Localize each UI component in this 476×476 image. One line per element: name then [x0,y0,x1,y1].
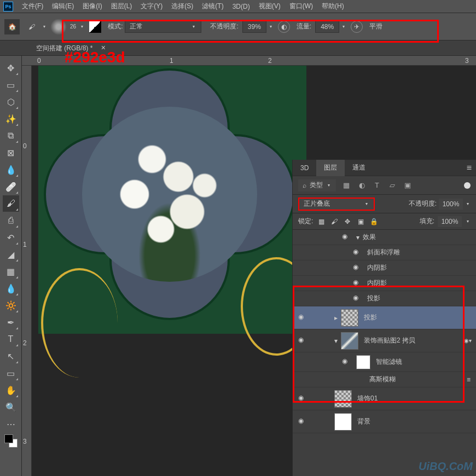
brush-preview[interactable] [50,19,67,35]
flow-input[interactable]: 48% [315,21,339,33]
crop-tool[interactable]: ⧉ [3,127,19,144]
menu-edit[interactable]: 编辑(E) [48,2,78,11]
lock-all-icon[interactable]: 🔒 [369,217,379,227]
pressure-opacity-button[interactable]: ◐ [278,21,290,33]
lasso-tool[interactable]: ⬡ [3,94,19,110]
visibility-toggle[interactable] [353,263,363,273]
effect-item[interactable]: 内阴影 [293,260,476,276]
brush-hardness-swatch[interactable] [89,21,101,33]
layer-blend-mode-select[interactable]: 正片叠底 ▾ [298,198,375,211]
menu-3d[interactable]: 3D(D) [228,3,254,10]
move-tool[interactable]: ✥ [3,60,19,76]
visibility-toggle[interactable] [353,248,363,258]
clone-stamp-tool[interactable]: ⎙ [3,212,19,229]
dodge-tool[interactable]: 🔆 [3,297,19,314]
blend-mode-row: 正片叠底 ▾ 不透明度: 100% ▾ [293,195,476,213]
tab-channels[interactable]: 通道 [345,160,373,176]
filter-shape-icon[interactable]: ▱ [387,181,397,190]
layer-thumbnail [341,332,358,350]
lock-pixels-icon[interactable]: 🖌 [329,217,339,227]
opacity-input[interactable]: 39% [242,21,266,33]
lock-transparency-icon[interactable]: ▦ [316,217,326,227]
ruler-mark: 0 [23,142,27,150]
filter-options-icon[interactable]: ≡ [467,376,471,384]
menu-window[interactable]: 窗口(W) [285,2,317,11]
filter-toggle[interactable] [464,182,471,189]
color-annotation-text: #292e3d [65,49,125,66]
eyedropper-tool[interactable]: 💧 [3,161,19,178]
visibility-toggle[interactable] [298,336,308,346]
visibility-toggle[interactable] [353,278,363,288]
magic-wand-tool[interactable]: ✨ [3,111,19,127]
document-canvas[interactable] [38,66,306,334]
layer-item-smartfilter[interactable]: 智能滤镜 [293,352,476,372]
visibility-toggle[interactable] [342,357,352,367]
color-swatches[interactable] [4,434,18,448]
history-brush-tool[interactable]: ↶ [3,229,19,246]
visibility-toggle[interactable] [298,313,308,323]
menu-file[interactable]: 文件(F) [18,2,48,11]
filter-adjustment-icon[interactable]: ◐ [357,181,367,190]
lock-artboard-icon[interactable]: ▣ [356,217,365,227]
effect-item[interactable]: 斜面和浮雕 [293,245,476,260]
tab-3d[interactable]: 3D [293,160,316,176]
healing-brush-tool[interactable]: 🩹 [3,178,19,195]
brush-tool[interactable]: 🖌 [3,195,19,212]
type-tool[interactable]: T [3,331,19,347]
menu-select[interactable]: 选择(S) [167,2,198,11]
marquee-tool[interactable]: ▭ [3,77,19,93]
panel-menu-icon[interactable]: ≡ [467,163,472,173]
chevron-down-icon[interactable]: ▾ [43,24,45,29]
visibility-toggle[interactable] [342,233,352,242]
layer-item-wall[interactable]: 墙饰01 [293,387,476,410]
filter-type-icon[interactable]: T [372,181,382,190]
edit-toolbar[interactable]: ⋯ [3,416,19,432]
layer-name: 装饰画贴图2 拷贝 [364,336,464,345]
rectangle-tool[interactable]: ▭ [3,365,19,381]
filter-smart-icon[interactable]: ▣ [403,181,413,190]
blur-tool[interactable]: 💧 [3,280,19,297]
lock-position-icon[interactable]: ✥ [343,217,352,227]
menu-filter[interactable]: 滤镜(T) [198,2,228,11]
tab-title: 空间搭建 [36,44,62,52]
zoom-tool[interactable]: 🔍 [3,399,19,415]
visibility-toggle[interactable] [353,294,363,304]
menu-type[interactable]: 文字(Y) [136,2,167,11]
layer-opacity-input[interactable]: 100% [439,199,463,210]
ps-logo-icon: Ps [3,2,13,11]
layer-item-background[interactable]: 背景 [293,410,476,433]
menu-image[interactable]: 图像(I) [78,2,106,11]
menu-help[interactable]: 帮助(H) [317,2,349,11]
layer-item-decoration[interactable]: ▾ 装饰画贴图2 拷贝 ◉▾ [293,329,476,352]
effects-header[interactable]: ▾ 效果 [293,230,476,245]
hand-tool[interactable]: ✋ [3,382,19,398]
filter-pixel-icon[interactable]: ▦ [341,181,351,190]
frame-tool[interactable]: ⊠ [3,144,19,161]
chevron-down-icon[interactable]: ▾ [467,201,469,206]
filter-kind-select[interactable]: ⌕ 类型 ▾ [298,179,336,191]
gradient-tool[interactable]: ▦ [3,263,19,280]
brush-size-value: 26 [70,24,76,30]
chevron-down-icon[interactable]: ▾ [467,219,469,224]
blend-mode-select[interactable]: 正常 ▾ [125,21,201,33]
airbrush-button[interactable]: ✈ [351,21,363,33]
menu-layer[interactable]: 图层(L) [107,2,137,11]
home-button[interactable]: 🏠 [4,19,20,34]
effect-item[interactable]: 投影 [293,291,476,306]
fx-badge-icon[interactable]: ◉▾ [464,338,472,344]
layer-item-shadow[interactable]: ▸ 投影 [293,306,476,329]
layer-item-gaussian[interactable]: 高斯模糊 ≡ [293,372,476,387]
fill-input[interactable]: 100% [438,216,462,227]
effect-item[interactable]: 内阴影 [293,276,476,291]
chevron-down-icon[interactable]: ▾ [343,24,345,29]
effect-name: 投影 [367,294,380,303]
chevron-down-icon[interactable]: ▾ [270,24,272,29]
chevron-down-icon[interactable]: ▾ [81,24,83,29]
path-select-tool[interactable]: ↖ [3,348,19,364]
tab-layers[interactable]: 图层 [316,160,345,176]
visibility-toggle[interactable] [298,394,308,404]
eraser-tool[interactable]: ◢ [3,246,19,263]
pen-tool[interactable]: ✒ [3,314,19,330]
visibility-toggle[interactable] [298,417,308,427]
menu-view[interactable]: 视图(V) [254,2,285,11]
